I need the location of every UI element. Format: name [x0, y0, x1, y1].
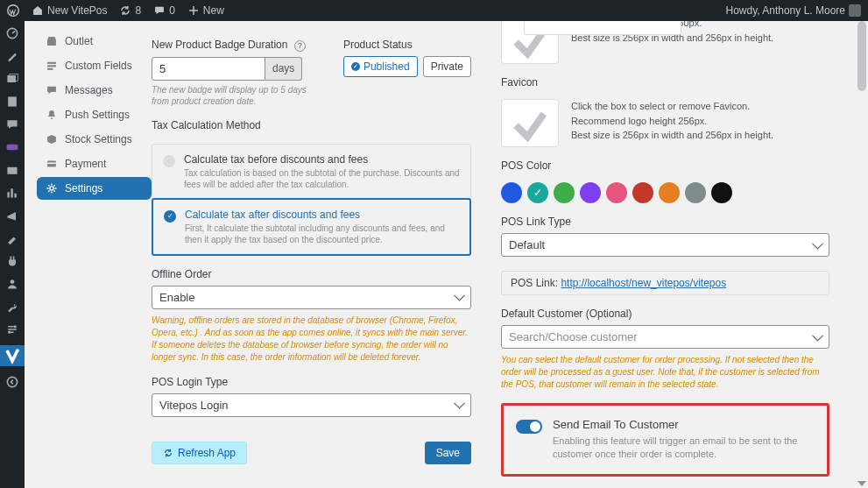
svg-rect-4	[8, 96, 17, 106]
rail-dashboard[interactable]	[5, 26, 19, 40]
svg-point-0	[8, 5, 19, 17]
home-icon	[32, 4, 44, 17]
sidebar-item-stock-settings[interactable]: Stock Settings	[37, 128, 152, 151]
scroll-down-icon[interactable]	[857, 481, 866, 486]
rail-comments[interactable]	[5, 117, 19, 131]
upper-empty-input[interactable]	[524, 21, 681, 35]
svg-point-17	[50, 187, 53, 190]
adminbar-comment-count: 0	[169, 4, 175, 17]
tax-after-desc: First, It calculate the subtotal includi…	[185, 223, 459, 245]
scroll-thumb[interactable]	[857, 21, 866, 91]
send-email-box: Send Email To Customer Enabling this fea…	[501, 403, 829, 477]
color-swatch[interactable]	[580, 182, 601, 203]
adminbar-account[interactable]: Howdy, Anthony L. Moore	[725, 4, 861, 17]
pos-link-label: POS Link:	[511, 277, 558, 289]
badge-duration-unit: days	[265, 57, 302, 81]
sidebar-item-settings[interactable]: Settings	[37, 177, 152, 200]
message-icon	[46, 84, 58, 96]
rail-marketing[interactable]	[5, 209, 19, 223]
offline-order-select[interactable]: Enable	[152, 286, 471, 309]
rail-tools[interactable]	[5, 300, 19, 314]
rail-appearance[interactable]	[5, 231, 19, 245]
sidebar-item-label: Messages	[65, 84, 113, 96]
settings-sidebar: Outlet Custom Fields Messages Push Setti…	[25, 21, 152, 488]
pos-link-type-select[interactable]: Default	[501, 233, 829, 257]
color-swatch[interactable]	[554, 182, 575, 203]
refresh-app-button[interactable]: Refresh App	[152, 442, 247, 464]
status-published-pill[interactable]: Published	[343, 56, 418, 77]
sidebar-item-push-settings[interactable]: Push Settings	[37, 103, 152, 126]
favicon-hint: Click the box to select or remove Favico…	[571, 99, 773, 143]
card-icon	[46, 158, 58, 170]
bell-icon	[46, 109, 58, 121]
tax-method-label: Tax Calculation Method	[152, 119, 471, 131]
offline-order-label: Offline Order	[152, 268, 471, 280]
svg-rect-2	[7, 75, 16, 82]
tax-after-option[interactable]: Calculate tax after discounts and fees F…	[152, 198, 471, 256]
adminbar-wp-menu[interactable]	[7, 4, 19, 17]
pos-link-type-label: POS Link Type	[501, 216, 829, 228]
rail-analytics[interactable]	[5, 186, 19, 200]
rail-media[interactable]	[5, 72, 19, 86]
favicon-label: Favicon	[501, 76, 829, 88]
adminbar-site[interactable]: New VitePos	[32, 4, 107, 17]
rail-posts[interactable]	[5, 49, 19, 63]
help-icon[interactable]: ?	[294, 40, 306, 52]
color-swatch[interactable]	[685, 182, 706, 203]
color-swatch[interactable]	[606, 182, 627, 203]
rail-vitepos[interactable]	[0, 345, 25, 366]
send-email-title: Send Email To Customer	[553, 418, 815, 431]
send-email-desc: Enabling this feature will trigger an em…	[553, 435, 815, 462]
gear-icon	[46, 182, 58, 194]
rail-products[interactable]	[5, 163, 19, 177]
svg-rect-6	[7, 167, 17, 174]
rail-users[interactable]	[5, 277, 19, 291]
tax-before-title: Calculate tax before discounts and fees	[184, 153, 460, 166]
rail-plugins[interactable]	[5, 254, 19, 268]
adminbar-site-name: New VitePos	[47, 4, 107, 17]
sidebar-item-outlet[interactable]: Outlet	[37, 30, 152, 53]
send-email-toggle[interactable]	[516, 420, 542, 434]
status-private-pill[interactable]: Private	[423, 56, 471, 77]
adminbar-updates[interactable]: 8	[119, 4, 141, 17]
pos-color-label: POS Color	[501, 159, 829, 172]
pos-link-box: POS Link: http://localhost/new_vitepos/v…	[501, 271, 829, 295]
color-swatch[interactable]	[659, 182, 680, 203]
sidebar-item-messages[interactable]: Messages	[37, 79, 152, 102]
adminbar-new[interactable]: New	[187, 4, 224, 17]
color-swatch[interactable]	[501, 182, 522, 203]
tax-before-option[interactable]: Calculate tax before discounts and fees …	[152, 145, 470, 199]
adminbar-new-label: New	[203, 4, 224, 17]
check-icon	[351, 62, 360, 71]
tax-method-group: Calculate tax before discounts and fees …	[152, 144, 471, 256]
svg-rect-12	[47, 62, 56, 64]
badge-duration-input[interactable]	[152, 57, 265, 81]
adminbar-comments[interactable]: 0	[153, 4, 175, 17]
rail-settings[interactable]	[5, 322, 19, 336]
comment-icon	[153, 4, 166, 17]
color-swatch[interactable]	[711, 182, 732, 203]
default-customer-select[interactable]: Search/Choose customer	[501, 325, 829, 349]
svg-rect-13	[47, 65, 56, 67]
favicon-upload-box[interactable]	[501, 99, 559, 147]
rail-pages[interactable]	[5, 95, 19, 109]
wordpress-icon	[7, 4, 19, 17]
refresh-icon	[163, 448, 173, 458]
pos-login-select[interactable]: Vitepos Login	[152, 393, 471, 417]
color-swatch[interactable]	[632, 182, 653, 203]
badge-duration-hint: The new badge will display up to 5 days …	[152, 84, 317, 107]
pos-link-url[interactable]: http://localhost/new_vitepos/vitepos	[561, 277, 726, 289]
radio-icon	[164, 210, 176, 223]
avatar	[849, 4, 861, 17]
sidebar-item-label: Payment	[65, 158, 106, 170]
color-swatch[interactable]	[527, 182, 548, 203]
adminbar-howdy: Howdy, Anthony L. Moore	[725, 4, 845, 17]
rail-collapse[interactable]	[5, 375, 19, 389]
svg-point-8	[14, 325, 17, 328]
sidebar-item-payment[interactable]: Payment	[37, 152, 152, 175]
default-customer-label: Default Customer (Optional)	[501, 308, 829, 320]
scrollbar[interactable]	[857, 21, 866, 488]
save-button[interactable]: Save	[425, 442, 471, 464]
sidebar-item-custom-fields[interactable]: Custom Fields	[37, 54, 152, 77]
rail-woo[interactable]	[5, 140, 19, 154]
